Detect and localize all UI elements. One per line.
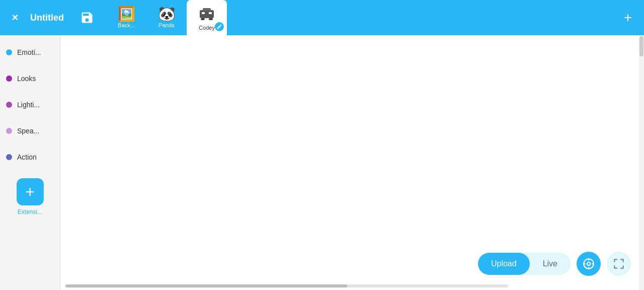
sprite-tab-codey[interactable]: Codey (187, 0, 227, 35)
main-layout: Emoti... Looks Lighti... Spea... Action … (0, 35, 644, 290)
edit-icon (215, 22, 224, 31)
speaker-label: Spea... (17, 127, 39, 135)
extension-plus-icon: + (17, 178, 44, 205)
close-button[interactable]: × (6, 9, 24, 27)
codey-sprite-label: Codey (199, 25, 215, 31)
save-button[interactable] (78, 9, 96, 27)
scroll-track (65, 284, 508, 287)
horizontal-scrollbar[interactable] (60, 284, 639, 288)
background-sprite-icon: 🖼️ (118, 7, 135, 21)
emotions-dot (6, 49, 12, 55)
svg-rect-0 (200, 10, 214, 18)
speaker-dot (6, 128, 12, 134)
looks-label: Looks (17, 75, 36, 83)
sidebar-item-lighting[interactable]: Lighti... (0, 92, 60, 118)
action-dot (6, 154, 12, 160)
sidebar-item-action[interactable]: Action (0, 144, 60, 170)
action-label: Action (17, 153, 37, 161)
extension-button[interactable]: + Extensi... (0, 172, 60, 222)
header: × Untitled 🖼️ Back... 🐼 Panda (0, 0, 644, 35)
canvas-area: Upload Live (60, 35, 639, 290)
extension-label: Extensi... (18, 208, 42, 215)
bottom-controls: Upload Live (478, 252, 631, 276)
looks-dot (6, 76, 12, 82)
svg-rect-5 (203, 8, 211, 11)
lighting-dot (6, 102, 12, 108)
sprite-tab-background[interactable]: 🖼️ Back... (106, 0, 146, 35)
live-button[interactable]: Live (530, 253, 571, 275)
sprite-tabs: 🖼️ Back... 🐼 Panda Codey (106, 0, 227, 35)
panda-sprite-label: Panda (158, 22, 175, 28)
page-title: Untitled (30, 13, 64, 23)
sidebar-item-looks[interactable]: Looks (0, 65, 60, 92)
sidebar: Emoti... Looks Lighti... Spea... Action … (0, 35, 60, 290)
add-sprite-button[interactable]: + (618, 8, 638, 28)
target-button[interactable] (577, 252, 601, 276)
emotions-label: Emoti... (17, 48, 41, 56)
background-sprite-label: Back... (118, 22, 135, 28)
upload-button[interactable]: Upload (478, 253, 530, 275)
sidebar-item-speaker[interactable]: Spea... (0, 118, 60, 144)
svg-rect-2 (209, 12, 212, 14)
header-right: + (618, 8, 638, 28)
lighting-label: Lighti... (17, 101, 40, 109)
vertical-scrollbar-thumb (639, 36, 643, 56)
codey-sprite-icon (198, 5, 216, 24)
svg-rect-4 (209, 18, 213, 20)
vertical-scrollbar[interactable] (639, 35, 644, 290)
upload-live-toggle: Upload Live (478, 253, 571, 275)
header-left: × Untitled (6, 9, 96, 27)
scroll-thumb (65, 284, 347, 287)
expand-button[interactable] (607, 252, 631, 276)
svg-rect-3 (201, 18, 205, 20)
panda-sprite-icon: 🐼 (158, 7, 176, 21)
sidebar-item-emotions[interactable]: Emoti... (0, 39, 60, 65)
svg-rect-1 (202, 12, 205, 14)
sprite-tab-panda[interactable]: 🐼 Panda (146, 0, 187, 35)
